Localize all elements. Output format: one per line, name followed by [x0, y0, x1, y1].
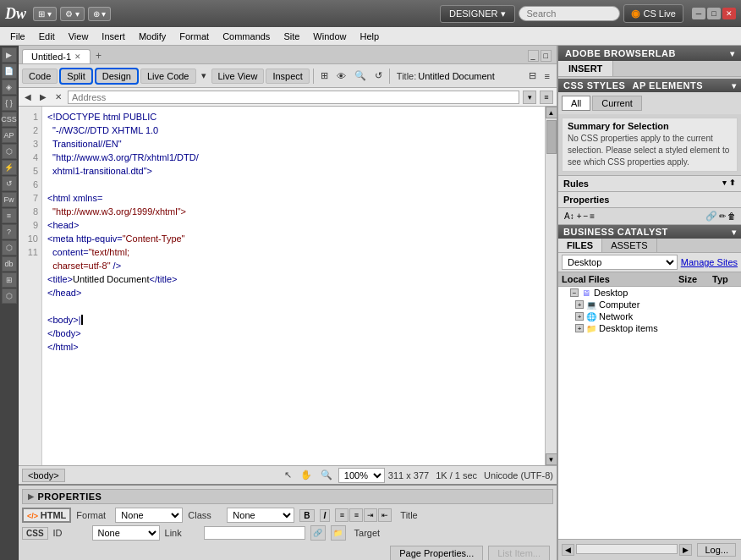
behaviors-btn[interactable]: ⚡ — [2, 160, 17, 175]
insert-tab[interactable]: INSERT — [558, 61, 613, 76]
horizontal-scrollbar[interactable] — [576, 544, 678, 554]
css-section-icon[interactable]: ▾ — [732, 81, 737, 91]
expand-icon[interactable]: ▶ — [28, 492, 35, 501]
list-item[interactable]: + 🌐 Network — [558, 310, 741, 322]
multiscreen-icon-btn[interactable]: ⊞ — [317, 68, 332, 84]
prop-options-icon[interactable]: ≡ — [590, 211, 595, 221]
search-input[interactable] — [519, 6, 620, 21]
ordered-list-icon[interactable]: ≡ — [349, 508, 363, 522]
doc-minimize-btn[interactable]: _ — [528, 50, 539, 62]
css-button[interactable]: CSS — [22, 527, 48, 540]
italic-button[interactable]: I — [320, 509, 331, 522]
menu-format[interactable]: Format — [173, 30, 216, 43]
minimize-button[interactable]: ─ — [692, 8, 705, 19]
nav-stop-icon[interactable]: ✕ — [52, 91, 64, 102]
live-code-arrow-icon[interactable]: ▾ — [198, 68, 210, 84]
file-management-icon[interactable]: ⊟ — [525, 68, 540, 84]
unordered-list-icon[interactable]: ≡ — [335, 508, 349, 522]
cs-live-button[interactable]: ◉ CS Live — [623, 4, 683, 23]
address-dropdown-icon[interactable]: ▾ — [523, 91, 536, 104]
manage-sites-link[interactable]: Manage Sites — [681, 257, 738, 267]
menu-modify[interactable]: Modify — [132, 30, 173, 43]
zoom-tool-icon[interactable]: 🔍 — [318, 469, 335, 481]
menu-view[interactable]: View — [62, 30, 96, 43]
bold-button[interactable]: B — [299, 509, 314, 522]
scroll-left-btn[interactable]: ◀ — [562, 544, 574, 556]
list-item[interactable]: + 💻 Computer — [558, 299, 741, 310]
expand-network-icon[interactable]: + — [575, 312, 584, 321]
db-btn[interactable]: db — [2, 256, 17, 272]
designer-button[interactable]: DESIGNER ▾ — [440, 5, 515, 23]
sort-alpha-icon[interactable]: A↕ — [563, 211, 575, 222]
settings-icon-btn[interactable]: ⚙ ▾ — [60, 7, 85, 21]
delete-prop-icon[interactable]: 🗑 — [727, 211, 736, 221]
address-options-icon[interactable]: ≡ — [540, 91, 553, 104]
id-select[interactable]: None — [92, 525, 160, 541]
bindings-btn[interactable]: ⬡ — [2, 288, 17, 304]
select-tool-icon[interactable]: ↖ — [282, 469, 294, 481]
css-current-button[interactable]: Current — [592, 96, 642, 111]
components-btn[interactable]: ⊞ — [2, 272, 17, 288]
scroll-down-btn[interactable]: ▼ — [546, 453, 557, 465]
css-all-button[interactable]: All — [562, 96, 590, 111]
live-code-button[interactable]: Live Code — [140, 69, 196, 84]
indent-icon[interactable]: ⇥ — [364, 508, 377, 522]
nav-back-icon[interactable]: ◀ — [22, 91, 34, 102]
location-select[interactable]: Desktop — [562, 255, 678, 270]
scroll-track[interactable] — [546, 118, 557, 453]
menu-edit[interactable]: Edit — [32, 30, 62, 43]
zoom-control[interactable]: 100% 150% 200% 50% — [338, 468, 385, 483]
tag-inspector-btn[interactable]: ⬡ — [2, 144, 17, 159]
hand-tool-icon[interactable]: ✋ — [298, 469, 315, 481]
list-item[interactable]: − 🖥 Desktop — [558, 287, 741, 299]
ap-btn[interactable]: AP — [2, 128, 17, 143]
split-view-button[interactable]: Split — [59, 68, 92, 85]
maximize-button[interactable]: □ — [707, 8, 721, 19]
file-btn[interactable]: 📄 — [2, 63, 17, 79]
fw-btn[interactable]: Fw — [2, 192, 17, 207]
list-item[interactable]: + 📁 Desktop items — [558, 322, 741, 334]
edit-prop-icon[interactable]: ✏ — [719, 211, 726, 221]
preview-icon-btn[interactable]: 👁 — [333, 69, 349, 84]
server-behaviors-btn[interactable]: ⬡ — [2, 240, 17, 255]
live-view-button[interactable]: Live View — [211, 69, 265, 84]
new-tab-button[interactable]: + — [91, 48, 107, 63]
browse-icon-btn[interactable]: 📁 — [331, 525, 346, 541]
attach-icon[interactable]: 🔗 — [705, 211, 717, 222]
files-tab[interactable]: FILES — [558, 239, 602, 252]
add-prop-icon[interactable]: + — [577, 211, 582, 221]
design-view-button[interactable]: Design — [95, 68, 139, 85]
menu-window[interactable]: Window — [306, 30, 353, 43]
outdent-icon[interactable]: ⇤ — [378, 508, 392, 522]
bc-collapse-icon[interactable]: ▾ — [732, 228, 737, 237]
reference-btn[interactable]: ? — [2, 224, 17, 239]
assets-tab[interactable]: ASSETS — [602, 239, 656, 252]
address-input[interactable] — [68, 91, 519, 104]
expand-desktop-items-icon[interactable]: + — [575, 324, 584, 332]
html-button[interactable]: </> HTML — [22, 508, 71, 523]
menu-commands[interactable]: Commands — [216, 30, 277, 43]
class-select[interactable]: None — [227, 508, 294, 523]
menu-file[interactable]: File — [3, 30, 32, 43]
list-item-button[interactable]: List Item... — [488, 546, 550, 560]
link-icon-btn[interactable]: 🔗 — [310, 525, 326, 541]
results-btn[interactable]: ≡ — [2, 208, 17, 223]
snippets-btn[interactable]: { } — [2, 96, 17, 111]
scroll-up-btn[interactable]: ▲ — [546, 107, 557, 118]
inspect-button[interactable]: Inspect — [266, 69, 309, 84]
document-tab[interactable]: Untitled-1 ✕ — [22, 49, 91, 63]
assets-btn[interactable]: ◈ — [2, 80, 17, 95]
menu-site[interactable]: Site — [277, 30, 306, 43]
status-tag[interactable]: <body> — [22, 469, 65, 482]
doc-maximize-btn[interactable]: □ — [541, 50, 552, 62]
layout-icon-btn[interactable]: ⊞ ▾ — [33, 7, 57, 21]
rules-expand-icon[interactable]: ▾ ⬆ — [722, 178, 736, 189]
scroll-thumb[interactable] — [546, 120, 557, 154]
extend-icon-btn[interactable]: ⊕ ▾ — [88, 7, 112, 21]
menu-insert[interactable]: Insert — [95, 30, 132, 43]
page-properties-button[interactable]: Page Properties... — [390, 546, 483, 560]
zoom-select[interactable]: 100% 150% 200% 50% — [338, 468, 385, 483]
code-editor[interactable]: <!DOCTYPE html PUBLIC "-//W3C//DTD XHTML… — [42, 107, 545, 465]
remove-prop-icon[interactable]: − — [584, 211, 589, 221]
code-view-button[interactable]: Code — [22, 69, 58, 84]
